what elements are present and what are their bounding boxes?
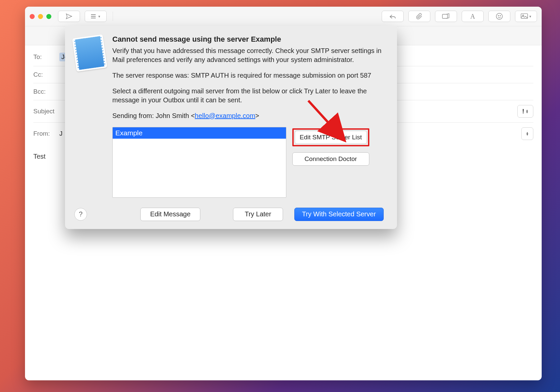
svg-rect-7 — [521, 14, 528, 18]
markup-button[interactable] — [435, 11, 457, 22]
sending-from-suffix: > — [255, 112, 259, 119]
dialog-paragraph-1: Verify that you have addressed this mess… — [112, 46, 388, 64]
svg-rect-3 — [442, 14, 447, 19]
priority-value: ! — [522, 108, 524, 115]
titlebar: ▾ A ▾ — [25, 7, 542, 26]
priority-stepper[interactable]: ! ▲▼ — [517, 105, 533, 118]
svg-point-6 — [500, 15, 501, 16]
chevron-down-icon: ▾ — [529, 14, 531, 19]
attach-button[interactable] — [408, 11, 430, 22]
edit-smtp-server-list-button[interactable]: Edit SMTP Server List — [295, 131, 367, 144]
to-label: To: — [33, 53, 55, 61]
markup-icon — [442, 13, 450, 19]
dialog-sending-from: Sending from: John Smith <hello@example.… — [112, 111, 388, 120]
header-fields-menu[interactable]: ▾ — [85, 11, 107, 22]
svg-point-5 — [498, 15, 499, 16]
smiley-icon — [496, 13, 503, 20]
emoji-button[interactable] — [488, 11, 510, 22]
smtp-server-list[interactable]: Example — [112, 127, 286, 198]
from-account-stepper[interactable]: ▲▼ — [521, 127, 533, 140]
mail-stamp-icon — [72, 34, 107, 72]
dialog-paragraph-2: The server response was: SMTP AUTH is re… — [112, 71, 388, 80]
dialog-paragraph-3: Select a different outgoing mail server … — [112, 87, 388, 105]
cc-label: Cc: — [33, 71, 55, 78]
svg-rect-0 — [91, 14, 96, 15]
try-later-button[interactable]: Try Later — [233, 208, 283, 221]
paper-plane-icon — [65, 13, 73, 20]
minimize-window-button[interactable] — [38, 14, 43, 19]
dialog-title: Cannot send message using the server Exa… — [112, 34, 388, 44]
sending-from-email-link[interactable]: hello@example.com — [195, 112, 255, 119]
connection-doctor-button[interactable]: Connection Doctor — [292, 152, 369, 166]
help-button[interactable]: ? — [74, 208, 87, 221]
from-field[interactable]: J — [59, 130, 63, 137]
image-icon — [521, 13, 528, 19]
toolbar-separator — [113, 12, 113, 21]
stepper-icon: ▲▼ — [526, 109, 529, 113]
smtp-server-item-selected[interactable]: Example — [113, 127, 286, 139]
sending-from-prefix: Sending from: John Smith < — [112, 112, 195, 119]
list-icon — [91, 14, 97, 19]
annotation-highlight: Edit SMTP Server List — [292, 128, 369, 146]
format-button[interactable]: A — [462, 11, 484, 22]
window-controls — [30, 14, 51, 19]
reply-arrow-icon — [389, 14, 396, 19]
photo-browser-button[interactable]: ▾ — [515, 11, 537, 22]
letter-a-icon: A — [470, 13, 475, 20]
dialog-text: Cannot send message using the server Exa… — [112, 34, 388, 198]
bcc-label: Bcc: — [33, 88, 55, 95]
from-label: From: — [33, 130, 55, 137]
close-window-button[interactable] — [30, 14, 35, 19]
mail-compose-window: ▾ A ▾ Helvetica ▲▼ 12 ▲▼ — [25, 7, 542, 380]
stepper-icon: ▲▼ — [526, 132, 529, 136]
send-button[interactable] — [58, 11, 80, 22]
edit-message-button[interactable]: Edit Message — [140, 208, 200, 221]
paperclip-icon — [416, 13, 423, 20]
svg-point-4 — [496, 13, 502, 19]
svg-rect-1 — [91, 16, 96, 17]
svg-rect-2 — [91, 18, 96, 18]
send-error-sheet: Cannot send message using the server Exa… — [65, 26, 397, 229]
try-with-selected-server-button[interactable]: Try With Selected Server — [294, 208, 384, 221]
subject-label: Subject — [33, 108, 59, 115]
chevron-down-icon: ▾ — [98, 14, 100, 19]
reply-button[interactable] — [382, 11, 404, 22]
zoom-window-button[interactable] — [46, 14, 51, 19]
